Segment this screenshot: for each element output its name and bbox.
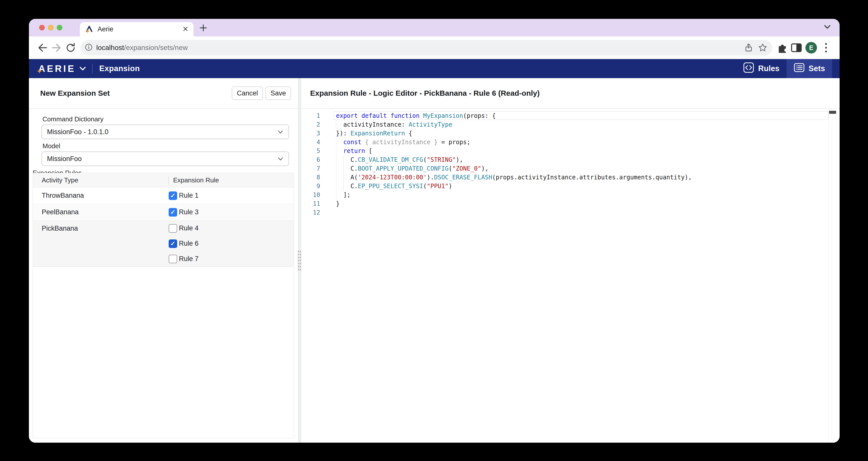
indent-guide: [343, 173, 344, 182]
code-line: C.EP_PPU_SELECT_SYSI("PPU1"): [336, 182, 825, 191]
rule-option: ✓Rule 1: [168, 188, 294, 204]
line-number: 1: [301, 111, 320, 120]
aerie-logo[interactable]: AERIE: [38, 64, 75, 73]
line-number: 10: [301, 191, 320, 199]
url-host: localhost: [96, 44, 124, 52]
side-panel-button[interactable]: [789, 41, 803, 55]
browser-menu-button[interactable]: [819, 41, 833, 55]
new-expansion-set-panel: New Expansion Set Cancel Save Command Di…: [29, 78, 298, 443]
tab-search-chevron-icon[interactable]: [824, 24, 831, 30]
table-header-row: Activity Type Expansion Rule: [33, 173, 294, 188]
line-number: 8: [301, 173, 320, 182]
app-title: Expansion: [99, 64, 140, 73]
browser-tab[interactable]: Aerie: [80, 22, 193, 36]
panel-resizer[interactable]: [298, 78, 301, 443]
browser-window: Aerie: [29, 19, 840, 443]
command-dictionary-value: MissionFoo - 1.0.1.0: [47, 128, 277, 136]
tab-close-button[interactable]: [182, 26, 188, 33]
tab-title: Aerie: [97, 25, 182, 33]
main-content: New Expansion Set Cancel Save Command Di…: [29, 78, 840, 443]
bookmark-star-button[interactable]: [756, 41, 770, 55]
scrollbar-thumb[interactable]: [829, 111, 836, 114]
resizer-grip-handle[interactable]: [298, 250, 302, 271]
expansion-set-form: Command Dictionary MissionFoo - 1.0.1.0 …: [29, 109, 298, 166]
rule-label: Rule 4: [179, 224, 198, 232]
model-value: MissionFoo: [47, 155, 277, 163]
traffic-light-close-button[interactable]: [39, 25, 45, 30]
activity-type-cell: ThrowBanana: [33, 188, 168, 204]
code-line: C.CB_VALIDATE_DM_CFG("STRING"),: [336, 156, 825, 164]
model-label: Model: [42, 142, 289, 150]
share-icon[interactable]: [742, 41, 756, 55]
rule-option: Rule 7: [168, 251, 294, 267]
code-line: ];: [336, 191, 825, 199]
cancel-button[interactable]: Cancel: [232, 87, 263, 100]
code-line: [336, 208, 825, 217]
activity-type-cell: PeelBanana: [33, 204, 168, 220]
line-numbers: 123456789101112: [301, 111, 320, 217]
indent-guide: [336, 138, 336, 147]
traffic-light-zoom-button[interactable]: [57, 25, 62, 30]
line-number: 9: [301, 182, 320, 191]
rule-label: Rule 1: [179, 192, 198, 199]
code-area[interactable]: export default function MyExpansion(prop…: [336, 111, 825, 217]
site-info-icon[interactable]: [85, 43, 93, 52]
tab-favicon-icon: [85, 25, 93, 34]
navbar-divider: [92, 64, 93, 73]
activity-type-cell: PickBanana: [33, 221, 168, 267]
code-line: A('2024-123T00:00:00').DSOC_ERASE_FLASH(…: [336, 173, 825, 182]
save-button[interactable]: Save: [266, 87, 291, 100]
forward-button[interactable]: [50, 41, 64, 55]
expansion-rule-cell: ✓Rule 3: [168, 204, 294, 220]
chevron-down-icon: [277, 128, 283, 136]
extensions-puzzle-button[interactable]: [775, 41, 789, 55]
rules-nav-button[interactable]: Rules: [736, 59, 786, 78]
rule-checkbox[interactable]: ✓: [168, 191, 177, 200]
logo-chevron-icon[interactable]: [79, 66, 86, 71]
indent-guide: [336, 182, 336, 191]
code-line: activityInstance: ActivityType: [336, 120, 825, 129]
line-number: 5: [301, 147, 320, 156]
line-number: 4: [301, 138, 320, 147]
app-navbar: AERIE Expansion Rules: [29, 59, 840, 78]
indent-guide: [336, 191, 336, 199]
code-line: export default function MyExpansion(prop…: [336, 111, 825, 120]
line-number: 2: [301, 120, 320, 129]
model-select[interactable]: MissionFoo: [41, 152, 289, 166]
url-bar[interactable]: localhost/expansion/sets/new: [81, 40, 772, 56]
command-dictionary-select[interactable]: MissionFoo - 1.0.1.0: [41, 125, 289, 139]
rule-checkbox[interactable]: ✓: [168, 239, 177, 248]
code-editor[interactable]: 123456789101112 export default function …: [301, 109, 840, 443]
rule-checkbox[interactable]: [168, 224, 177, 233]
profile-avatar[interactable]: E: [805, 42, 817, 54]
logo-star-icon: [36, 66, 42, 76]
rule-label: Rule 3: [179, 208, 198, 216]
list-icon: [794, 62, 805, 75]
rule-label: Rule 6: [179, 240, 198, 248]
indent-guide: [336, 164, 336, 173]
line-number: 6: [301, 156, 320, 164]
line-number: 11: [301, 199, 320, 208]
left-panel-title: New Expansion Set: [40, 89, 232, 97]
traffic-light-minimize-button[interactable]: [48, 25, 54, 30]
code-brackets-icon: [743, 62, 754, 75]
indent-guide: [343, 156, 344, 164]
sets-nav-button[interactable]: Sets: [786, 59, 832, 78]
reload-button[interactable]: [64, 41, 78, 55]
rule-checkbox[interactable]: [168, 255, 177, 263]
back-button[interactable]: [35, 41, 50, 55]
tab-strip: Aerie: [29, 19, 840, 36]
logic-editor-title: Expansion Rule - Logic Editor - PickBana…: [310, 89, 539, 97]
indent-guide: [343, 182, 344, 191]
logo-text: AERIE: [38, 64, 75, 74]
rule-option: ✓Rule 3: [168, 204, 294, 220]
rule-checkbox[interactable]: ✓: [168, 208, 177, 217]
table-row: PeelBanana✓Rule 3: [33, 204, 294, 221]
right-panel-header: Expansion Rule - Logic Editor - PickBana…: [301, 78, 840, 109]
code-line: }: [336, 199, 825, 208]
url-path: /expansion/sets/new: [124, 44, 188, 52]
line-number: 3: [301, 129, 320, 138]
new-tab-button[interactable]: [198, 22, 209, 33]
code-line: return [: [336, 147, 825, 156]
scrollbar-track: [828, 109, 829, 443]
